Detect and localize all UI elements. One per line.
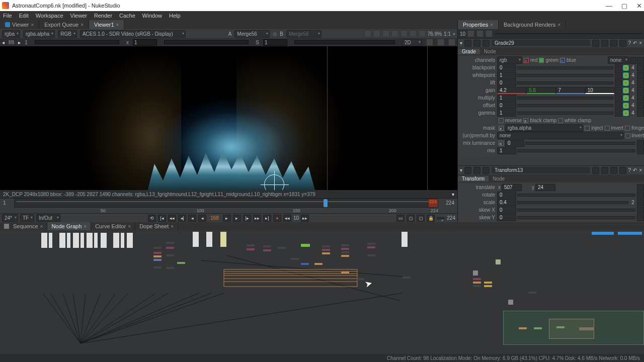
tab-bg-renders[interactable]: Background Renders× [499, 20, 566, 29]
node-color-icon[interactable] [482, 167, 490, 174]
read-node[interactable] [220, 232, 226, 247]
invert2-check[interactable] [625, 133, 630, 138]
color-btn[interactable] [622, 79, 629, 86]
invert-check[interactable] [605, 126, 610, 131]
anim-btn[interactable] [637, 87, 644, 94]
skip-fwd-button[interactable]: ▸▸ [301, 215, 309, 222]
node-btn2[interactable] [601, 167, 608, 174]
menu-file[interactable]: File [3, 13, 12, 19]
close-icon[interactable]: × [116, 22, 119, 28]
read-node[interactable] [73, 233, 79, 248]
color-btn[interactable] [622, 95, 629, 102]
rotate-input[interactable]: 0 [497, 192, 516, 199]
whiteclamp-check[interactable] [558, 118, 563, 123]
opt[interactable] [615, 102, 622, 109]
close-icon[interactable]: × [31, 22, 34, 28]
node-btn1[interactable] [592, 40, 599, 47]
tx-input[interactable]: 507 [502, 184, 522, 191]
snapshot-icon[interactable]: ◻ [417, 215, 425, 222]
blackpoint-input[interactable]: 0 [497, 64, 516, 71]
blue-check[interactable]: × [560, 58, 565, 63]
whitepoint-input[interactable]: 1 [497, 72, 516, 79]
gamma-input[interactable]: 1 [497, 110, 516, 117]
chevron-down-icon[interactable]: ▾ [460, 40, 462, 46]
prev-icon[interactable]: ◂ [2, 40, 5, 45]
help-icon[interactable]: ? [628, 167, 631, 173]
slider[interactable] [517, 97, 613, 100]
revert-icon[interactable]: ↶ [633, 40, 637, 46]
read-node[interactable] [101, 233, 107, 248]
play-back-button[interactable]: ◂| [178, 215, 186, 222]
opt[interactable] [615, 79, 622, 86]
first-frame-button[interactable]: |◂ [158, 215, 166, 222]
gamma-slider[interactable] [164, 40, 249, 44]
read-node[interactable] [67, 233, 70, 248]
read-node[interactable] [113, 233, 119, 248]
source-b-select[interactable]: Merge56 [286, 30, 321, 38]
rec-button[interactable]: ● [273, 215, 281, 222]
red-check[interactable]: × [524, 58, 529, 63]
node-btn3[interactable] [610, 40, 617, 47]
tab-viewer[interactable]: Viewer× [0, 20, 39, 29]
anim-btn[interactable] [637, 110, 644, 117]
coord-opt3[interactable] [448, 39, 455, 46]
opt[interactable] [615, 110, 622, 117]
mask-channel[interactable]: none [608, 56, 629, 64]
channel-select[interactable]: rgba [2, 30, 20, 38]
next-icon[interactable]: ▸ [18, 40, 21, 45]
node-header-transform[interactable]: ▾ Transform13 ? ↶ × [458, 165, 644, 174]
offset-input[interactable]: 0 [497, 102, 516, 109]
menu-window[interactable]: Window [142, 13, 162, 19]
gamma-icon[interactable] [410, 30, 417, 37]
node-btn4[interactable] [619, 167, 626, 174]
node-center-icon[interactable] [464, 40, 471, 47]
subtab-node[interactable]: Node [480, 49, 500, 54]
node-btn1[interactable] [592, 167, 599, 174]
read-node[interactable] [206, 232, 212, 247]
minimize-button[interactable]: — [606, 2, 612, 10]
last-frame-button[interactable]: ▸| [263, 215, 271, 222]
anim-btn[interactable] [637, 64, 644, 71]
anim-btn[interactable] [637, 199, 644, 206]
subtab-node[interactable]: Node [489, 176, 509, 182]
menu-cache[interactable]: Cache [119, 13, 135, 19]
node-name[interactable]: Grade29 [492, 40, 590, 46]
chevron-down-icon[interactable]: ▾ [452, 192, 454, 197]
opt[interactable] [615, 72, 622, 79]
anim-btn[interactable] [637, 95, 644, 102]
node-center-icon[interactable] [464, 167, 471, 174]
opt[interactable] [615, 64, 622, 71]
gain-slider2[interactable] [294, 40, 395, 44]
mix-input[interactable]: 1 [497, 147, 516, 154]
slider[interactable] [517, 66, 613, 69]
viewspace-select[interactable]: ACES 1.0 - SDR Video (sRGB - Display) [80, 30, 186, 38]
colorspace-select[interactable]: RGB [58, 30, 77, 38]
read-node[interactable] [127, 233, 133, 248]
close-icon[interactable]: × [171, 224, 174, 229]
refresh-icon[interactable] [400, 30, 408, 37]
slider[interactable] [517, 74, 613, 77]
chevron-down-icon[interactable]: ▾ [460, 167, 462, 173]
prop-search[interactable] [495, 33, 642, 34]
timeline[interactable]: 1 224 224 50 100 150 200 224 [0, 198, 457, 213]
step-fwd-button[interactable]: |▸ [243, 215, 251, 222]
ratio-label[interactable]: 1:1 [444, 31, 451, 37]
slider[interactable] [517, 194, 635, 197]
slider[interactable] [525, 142, 635, 145]
dim-select[interactable]: 2D [402, 39, 422, 46]
inout-select[interactable]: In/Out [36, 214, 60, 222]
wipe-icon[interactable]: ⊝ [273, 31, 277, 37]
slider[interactable] [517, 201, 628, 204]
menu-render[interactable]: Render [94, 13, 112, 19]
s-input[interactable] [263, 39, 287, 46]
mixlum-check[interactable]: × [499, 141, 504, 146]
green-check[interactable] [539, 58, 544, 63]
fringe-check[interactable] [625, 126, 630, 131]
close-icon[interactable]: × [128, 224, 131, 229]
node-disable-icon[interactable] [473, 167, 480, 174]
playhead[interactable] [324, 199, 328, 207]
anim-btn[interactable] [637, 79, 644, 86]
close-icon[interactable]: × [80, 22, 84, 28]
current-frame[interactable]: 168 [210, 215, 219, 221]
anim-btn[interactable] [637, 184, 644, 191]
